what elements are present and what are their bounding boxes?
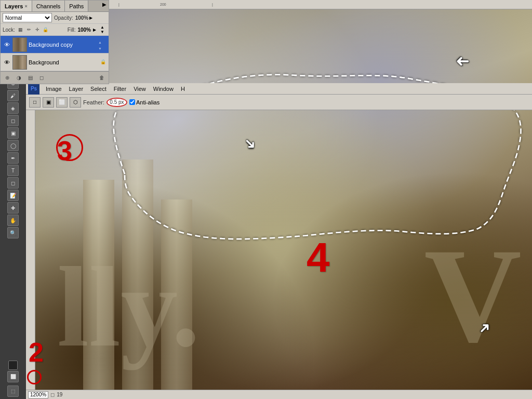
- delete-layer-btn[interactable]: 🗑: [97, 73, 107, 83]
- group-btn[interactable]: ▤: [25, 73, 35, 83]
- lock-row: Lock: ▦ ✏ ✛ 🔒 Fill: 100% ▶ ▲ ▼: [1, 24, 109, 36]
- blend-mode-row: Normal Multiply Screen Opacity: 100% ▶: [1, 12, 109, 24]
- fill-value[interactable]: 100%: [77, 27, 91, 33]
- shape-ellipse-btn[interactable]: ⬜: [56, 97, 68, 108]
- fill-row: Fill: 100% ▶: [68, 27, 96, 33]
- layer-thumb-background: [12, 55, 27, 70]
- opacity-row: Opacity: 100% ▶: [54, 15, 92, 21]
- menu-image[interactable]: Image: [43, 85, 65, 93]
- shape-poly-btn[interactable]: ⬡: [70, 97, 81, 108]
- tab-paths[interactable]: Paths: [65, 1, 88, 11]
- lock-move-btn[interactable]: ✛: [34, 26, 41, 33]
- layer-background-copy[interactable]: 👁 Background copy ▲ ▼: [1, 36, 109, 54]
- options-bar: □ ▣ ⬜ ⬡ Feather: 0.5 px Anti-alias: [26, 95, 532, 110]
- add-style-btn[interactable]: ⊕: [3, 73, 12, 83]
- menu-layer[interactable]: Layer: [66, 85, 87, 93]
- layer-thumb-background-copy: [12, 37, 27, 52]
- opacity-arrow[interactable]: ▶: [89, 16, 92, 20]
- panel-tabs: Layers × Channels Paths ▶: [1, 1, 109, 12]
- tab-layers[interactable]: Layers ×: [1, 1, 32, 11]
- status-info: 19: [57, 392, 62, 397]
- layer-background[interactable]: 👁 Background 🔒: [1, 54, 109, 71]
- adjustment-btn[interactable]: ◑: [14, 73, 23, 83]
- menu-view[interactable]: View: [130, 85, 149, 93]
- pillar-3: [161, 200, 192, 399]
- anti-alias-checkbox[interactable]: [129, 99, 135, 105]
- menu-select[interactable]: Select: [87, 85, 110, 93]
- tab-layers-close[interactable]: ×: [24, 4, 27, 9]
- brush-tool[interactable]: 🖌: [7, 90, 19, 101]
- eyedropper-tool[interactable]: ✚: [7, 202, 19, 214]
- layers-panel: Layers × Channels Paths ▶ Normal Multipl…: [0, 0, 109, 84]
- path-tool[interactable]: ✒: [7, 152, 19, 164]
- lock-paint-btn[interactable]: ✏: [25, 26, 33, 33]
- quick-mask-tool[interactable]: ⬜: [7, 371, 19, 382]
- layer-name-background: Background: [29, 59, 99, 65]
- menu-help[interactable]: H: [178, 85, 188, 93]
- hand-tool[interactable]: ✋: [7, 215, 19, 226]
- feather-input[interactable]: 0.5 px: [107, 98, 127, 107]
- layers-list: 👁 Background copy ▲ ▼ 👁 Background 🔒: [1, 36, 109, 71]
- shape-rounded-btn[interactable]: ▣: [43, 97, 54, 108]
- lock-icons: ▦ ✏ ✛ 🔒: [17, 26, 49, 33]
- panel-footer: ⊕ ◑ ▤ ◻ 🗑: [1, 71, 109, 84]
- screen-mode[interactable]: ⬚: [7, 385, 19, 397]
- layer-eye-background-copy[interactable]: 👁: [3, 41, 11, 49]
- status-doc-icon: ◻: [50, 392, 55, 397]
- menu-filter[interactable]: Filter: [111, 85, 129, 93]
- scroll-down[interactable]: ▼: [100, 30, 104, 34]
- new-layer-btn[interactable]: ◻: [37, 73, 46, 83]
- foreground-color[interactable]: [8, 361, 18, 370]
- text-tool[interactable]: T: [7, 165, 19, 176]
- menu-window[interactable]: Window: [150, 85, 177, 93]
- gradient-tool[interactable]: ▣: [7, 127, 19, 139]
- shape-rect-btn[interactable]: □: [29, 97, 41, 108]
- layer-lock-icon: 🔒: [100, 59, 107, 65]
- feather-label: Feather:: [83, 99, 104, 105]
- dodge-tool[interactable]: ◯: [7, 140, 19, 151]
- tab-channels[interactable]: Channels: [32, 1, 65, 11]
- layer-name-background-copy: Background copy: [29, 42, 97, 48]
- ps-logo: Ps: [28, 83, 39, 95]
- fill-arrow[interactable]: ▶: [93, 28, 96, 32]
- eraser-tool[interactable]: ◻: [7, 115, 19, 126]
- status-zoom[interactable]: 1200%: [28, 391, 48, 398]
- menu-bar: Ps Image Layer Select Filter View Window…: [26, 83, 532, 95]
- anti-alias-row: Anti-alias: [129, 99, 159, 105]
- notes-tool[interactable]: 📝: [7, 190, 19, 201]
- pillar-1: [83, 180, 114, 399]
- panel-options-btn[interactable]: ▶: [100, 1, 109, 11]
- layer-scroll-bg-copy: ▲ ▼: [98, 38, 107, 51]
- lock-all-btn[interactable]: 🔒: [42, 26, 49, 33]
- clone-tool[interactable]: ◈: [7, 102, 19, 114]
- pillar-2: [122, 159, 153, 399]
- shape-tool[interactable]: ◻: [7, 177, 19, 189]
- lock-transparent-btn[interactable]: ▦: [17, 26, 24, 33]
- layer-eye-background[interactable]: 👁: [3, 58, 11, 66]
- status-bar: 1200% ◻ 19: [26, 390, 532, 399]
- scroll-up[interactable]: ▲: [100, 25, 104, 30]
- zoom-tool[interactable]: 🔍: [7, 227, 19, 238]
- blend-mode-select[interactable]: Normal Multiply Screen: [3, 13, 52, 22]
